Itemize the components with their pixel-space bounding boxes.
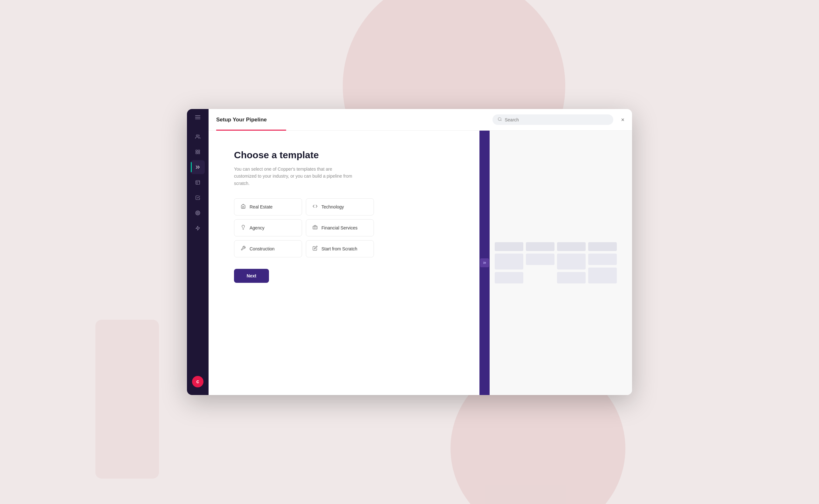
pipeline-sidebar-bar [480, 131, 490, 395]
pipeline-columns [490, 236, 622, 290]
pipeline-preview [480, 131, 632, 395]
svg-point-15 [498, 118, 501, 120]
col-header-2 [526, 242, 555, 251]
header-title: Setup Your Pipeline [216, 117, 267, 123]
sidebar-nav [191, 130, 205, 376]
card-placeholder-1 [495, 254, 523, 269]
card-placeholder-2 [495, 272, 523, 283]
sidebar-item-tasks[interactable] [191, 191, 205, 205]
choose-template-title: Choose a template [234, 150, 461, 160]
template-scratch-label: Start from Scratch [321, 246, 357, 251]
home-icon [241, 204, 246, 210]
edit-icon [312, 246, 317, 252]
svg-point-12 [196, 212, 199, 214]
svg-point-13 [197, 213, 198, 214]
col-header-4 [588, 242, 617, 251]
template-real-estate[interactable]: Real Estate [234, 198, 302, 215]
pipeline-col-4 [588, 242, 617, 283]
menu-icon[interactable] [194, 114, 201, 122]
template-grid: Real Estate Technology [234, 198, 374, 257]
template-construction[interactable]: Construction [234, 240, 302, 257]
sidebar-item-automation[interactable] [191, 221, 205, 235]
right-panel [480, 131, 632, 395]
template-financial-services[interactable]: Financial Services [306, 219, 374, 236]
sidebar-item-contacts[interactable] [191, 130, 205, 144]
svg-point-3 [196, 135, 198, 136]
svg-marker-14 [196, 226, 200, 230]
svg-line-16 [501, 120, 502, 121]
template-construction-label: Construction [249, 246, 275, 251]
header-underline [216, 130, 286, 131]
pipeline-chevron [480, 258, 489, 267]
left-content: Choose a template You can select one of … [208, 131, 480, 395]
choose-template-description: You can select one of Copper's templates… [234, 166, 355, 187]
svg-rect-7 [196, 152, 197, 154]
logo-letter: c [196, 379, 199, 385]
bg-rect-left [95, 320, 159, 479]
sidebar-item-dashboard[interactable] [191, 145, 205, 159]
search-input[interactable] [505, 117, 608, 122]
card-placeholder-3 [526, 254, 555, 265]
sidebar-item-goals[interactable] [191, 206, 205, 220]
svg-rect-4 [196, 150, 197, 152]
template-start-from-scratch[interactable]: Start from Scratch [306, 240, 374, 257]
card-placeholder-5 [557, 272, 586, 283]
lightbulb-icon [241, 225, 246, 231]
svg-point-11 [195, 211, 200, 215]
app-logo: c [192, 376, 203, 387]
briefcase-icon [312, 225, 317, 231]
svg-rect-19 [313, 226, 317, 229]
svg-rect-8 [196, 180, 200, 184]
template-agency[interactable]: Agency [234, 219, 302, 236]
pipeline-col-2 [526, 242, 555, 265]
col-header-3 [557, 242, 586, 251]
active-indicator [191, 162, 192, 172]
template-technology-label: Technology [321, 204, 344, 209]
card-placeholder-6 [588, 254, 617, 265]
search-bar[interactable] [493, 114, 613, 125]
sidebar-item-reports[interactable] [191, 175, 205, 189]
app-container: c Setup Your Pipeline × C [187, 109, 632, 395]
template-real-estate-label: Real Estate [249, 204, 272, 209]
card-placeholder-4 [557, 254, 586, 269]
main-panel: Setup Your Pipeline × Choose a template … [208, 109, 632, 395]
header: Setup Your Pipeline × [208, 109, 632, 131]
wrench-icon [241, 246, 246, 252]
next-button[interactable]: Next [234, 269, 269, 283]
svg-rect-5 [198, 150, 200, 152]
pipeline-col-1 [495, 242, 523, 283]
svg-rect-6 [198, 152, 200, 154]
card-placeholder-7 [588, 268, 617, 283]
sidebar-item-pipeline[interactable] [191, 160, 205, 174]
close-button[interactable]: × [621, 117, 625, 123]
col-header-1 [495, 242, 523, 251]
template-technology[interactable]: Technology [306, 198, 374, 215]
search-icon [498, 117, 502, 122]
code-icon [312, 204, 317, 210]
pipeline-col-3 [557, 242, 586, 283]
template-agency-label: Agency [249, 225, 264, 230]
sidebar: c [187, 109, 208, 395]
template-financial-label: Financial Services [321, 225, 358, 230]
content-area: Choose a template You can select one of … [208, 131, 632, 395]
